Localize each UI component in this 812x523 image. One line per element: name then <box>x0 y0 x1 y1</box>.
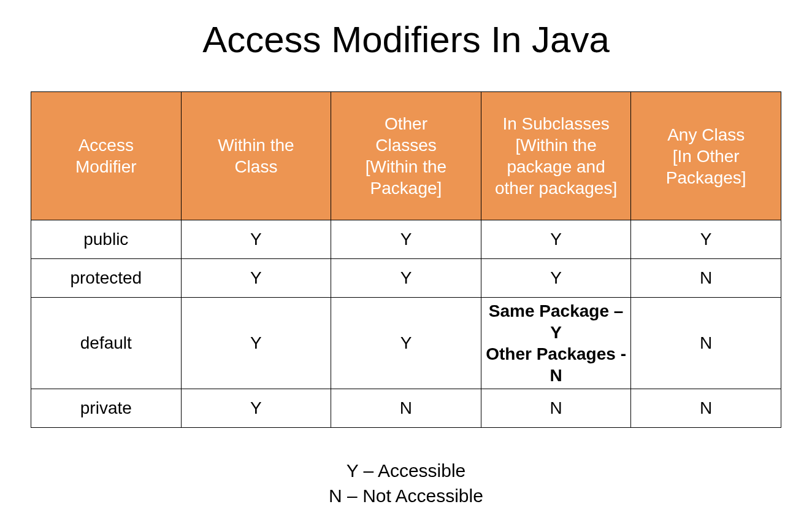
cell-value: N <box>631 259 781 298</box>
cell-value-compound: Same Package – Y Other Packages - N <box>481 298 631 389</box>
cell-value: Y <box>481 259 631 298</box>
cell-modifier: private <box>31 389 182 428</box>
cell-value: Y <box>181 220 331 259</box>
header-label: AccessModifier <box>75 136 137 176</box>
cell-modifier: default <box>31 298 182 389</box>
page-title: Access Modifiers In Java <box>31 18 781 61</box>
col-in-subclasses: In Subclasses[Within thepackage andother… <box>481 92 631 220</box>
cell-modifier: protected <box>31 259 182 298</box>
table-row: default Y Y Same Package – Y Other Packa… <box>31 298 781 389</box>
cell-value: N <box>331 389 481 428</box>
table-header-row: AccessModifier Within theClass OtherClas… <box>31 92 781 220</box>
cell-value: Y <box>181 298 331 389</box>
compound-line: Other Packages - N <box>486 344 626 385</box>
table-row: protected Y Y Y N <box>31 259 781 298</box>
legend-y: Y – Accessible <box>31 459 781 484</box>
cell-value: Y <box>181 389 331 428</box>
col-any-class: Any Class[In Other Packages] <box>631 92 781 220</box>
compound-line: Same Package – Y <box>489 301 624 342</box>
header-label: OtherClasses[Within thePackage] <box>366 114 446 198</box>
table-row: private Y N N N <box>31 389 781 428</box>
cell-value: Y <box>331 259 481 298</box>
page: Access Modifiers In Java AccessModifier … <box>0 0 812 523</box>
header-label: Within theClass <box>218 136 294 176</box>
table-row: public Y Y Y Y <box>31 220 781 259</box>
cell-value: N <box>481 389 631 428</box>
access-modifiers-table: AccessModifier Within theClass OtherClas… <box>31 91 781 428</box>
header-label: Any Class[In Other Packages] <box>666 125 746 187</box>
legend: Y – Accessible N – Not Accessible <box>31 459 781 508</box>
cell-value: Y <box>331 298 481 389</box>
cell-value: Y <box>181 259 331 298</box>
cell-value: N <box>631 298 781 389</box>
legend-n: N – Not Accessible <box>31 484 781 509</box>
cell-value: Y <box>331 220 481 259</box>
col-other-classes: OtherClasses[Within thePackage] <box>331 92 481 220</box>
header-label: In Subclasses[Within thepackage andother… <box>495 114 617 198</box>
cell-value: Y <box>631 220 781 259</box>
cell-value: Y <box>481 220 631 259</box>
cell-value: N <box>631 389 781 428</box>
col-within-class: Within theClass <box>181 92 331 220</box>
cell-modifier: public <box>31 220 182 259</box>
col-access-modifier: AccessModifier <box>31 92 182 220</box>
